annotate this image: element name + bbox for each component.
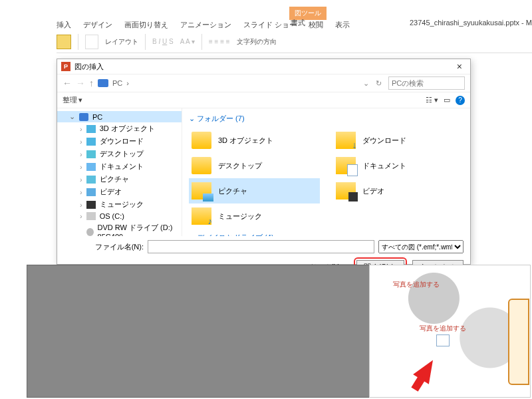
insert-picture-dialog: P 図の挿入 × ← → ↑ PC › ⌄ ↻ 整理 ▾ ☷ ▾ ▭ ? ⌄PC… bbox=[57, 59, 471, 265]
help-icon[interactable]: ? bbox=[456, 96, 465, 105]
tree-desktop[interactable]: ›デスクトップ bbox=[57, 148, 182, 160]
tree-music[interactable]: ›ミュージック bbox=[57, 198, 182, 211]
layout-dropdown[interactable]: レイアウト bbox=[105, 37, 138, 47]
ribbon-commands: レイアウト B I U S A A ▾ ≡ ≡ ≡ ≡ 文字列の方向 bbox=[57, 33, 532, 53]
tab-design[interactable]: デザイン bbox=[83, 20, 112, 30]
folder-documents[interactable]: ドキュメント bbox=[333, 153, 464, 178]
nav-tree: ⌄PC ›3D オブジェクト ›ダウンロード ›デスクトップ ›ドキュメント ›… bbox=[57, 108, 182, 236]
breadcrumb-separator: › bbox=[126, 79, 129, 87]
folder-desktop[interactable]: デスクトップ bbox=[189, 153, 320, 178]
folders-group-header[interactable]: ⌄ フォルダー (7) bbox=[189, 114, 464, 124]
paste-icon[interactable] bbox=[57, 35, 71, 49]
nav-forward-icon[interactable]: → bbox=[76, 78, 85, 88]
tab-slideshow[interactable]: スライド ショー bbox=[243, 20, 297, 30]
new-slide-icon[interactable] bbox=[85, 35, 98, 49]
tree-videos[interactable]: ›ビデオ bbox=[57, 186, 182, 198]
tree-downloads[interactable]: ›ダウンロード bbox=[57, 135, 182, 148]
folder-icon bbox=[192, 157, 211, 174]
folder-music[interactable]: ミュージック bbox=[189, 203, 320, 229]
folder-downloads[interactable]: ダウンロード bbox=[333, 128, 464, 153]
pictures-icon bbox=[192, 182, 211, 200]
view-options-icon[interactable]: ☷ ▾ bbox=[426, 96, 438, 104]
file-filter-dropdown[interactable]: すべての図 (*.emf;*.wmf;*.jpg;*.jl bbox=[378, 240, 464, 253]
tree-os-c[interactable]: ›OS (C:) bbox=[57, 211, 182, 221]
tab-view[interactable]: 表示 bbox=[335, 20, 350, 30]
tab-transitions[interactable]: 画面切り替え bbox=[124, 20, 168, 30]
picture-placeholder-icon[interactable] bbox=[436, 334, 450, 346]
folder-icon bbox=[192, 132, 211, 149]
tab-review[interactable]: 校閲 bbox=[309, 20, 323, 30]
text-direction-dropdown[interactable]: 文字列の方向 bbox=[237, 37, 277, 47]
nav-up-icon[interactable]: ↑ bbox=[89, 78, 94, 88]
organize-menu[interactable]: 整理 bbox=[63, 95, 77, 105]
breadcrumb-dropdown-icon[interactable]: ⌄ bbox=[363, 79, 369, 88]
tab-insert[interactable]: 挿入 bbox=[57, 20, 71, 30]
documents-icon bbox=[336, 157, 356, 174]
side-panel bbox=[508, 299, 529, 385]
close-button[interactable]: × bbox=[453, 61, 466, 72]
tree-pc[interactable]: ⌄PC bbox=[57, 111, 182, 122]
refresh-icon[interactable]: ↻ bbox=[376, 79, 382, 88]
folder-videos[interactable]: ビデオ bbox=[333, 178, 464, 203]
ribbon-tabs: 挿入 デザイン 画面切り替え アニメーション スライド ショー 校閲 表示 bbox=[57, 19, 532, 31]
slide-canvas[interactable]: 写真を追加する 写真を追加する bbox=[369, 265, 531, 398]
photo-placeholder-1-label: 写真を追加する bbox=[393, 280, 440, 289]
videos-icon bbox=[336, 182, 356, 200]
filename-label: ファイル名(N): bbox=[64, 242, 144, 252]
tree-dvd-d[interactable]: ›DVD RW ドライブ (D:) 85C409 bbox=[57, 221, 182, 236]
breadcrumb-pc[interactable]: PC bbox=[112, 79, 122, 87]
preview-pane-icon[interactable]: ▭ bbox=[444, 96, 450, 104]
downloads-icon bbox=[336, 132, 356, 149]
dialog-title: 図の挿入 bbox=[74, 62, 104, 72]
folder-pictures[interactable]: ピクチャ bbox=[189, 178, 320, 203]
folder-3d-objects[interactable]: 3D オブジェクト bbox=[189, 128, 320, 153]
filename-input[interactable] bbox=[148, 240, 374, 253]
editor-gray-area bbox=[27, 265, 386, 398]
tree-3d-objects[interactable]: ›3D オブジェクト bbox=[57, 122, 182, 135]
tree-documents[interactable]: ›ドキュメント bbox=[57, 160, 182, 173]
tab-animations[interactable]: アニメーション bbox=[180, 20, 231, 30]
search-input[interactable] bbox=[388, 76, 465, 90]
powerpoint-icon: P bbox=[61, 62, 70, 71]
pc-icon bbox=[98, 79, 108, 87]
photo-placeholder-2-label: 写真を追加する bbox=[420, 324, 466, 333]
devices-group-header[interactable]: ⌄ デバイスとドライブ (4) bbox=[189, 233, 464, 236]
folder-content: ⌄ フォルダー (7) 3D オブジェクト ダウンロード デスクトップ ドキュメ… bbox=[182, 108, 470, 236]
music-icon bbox=[192, 207, 211, 225]
nav-back-icon[interactable]: ← bbox=[63, 78, 72, 88]
tree-pictures[interactable]: ›ピクチャ bbox=[57, 173, 182, 186]
